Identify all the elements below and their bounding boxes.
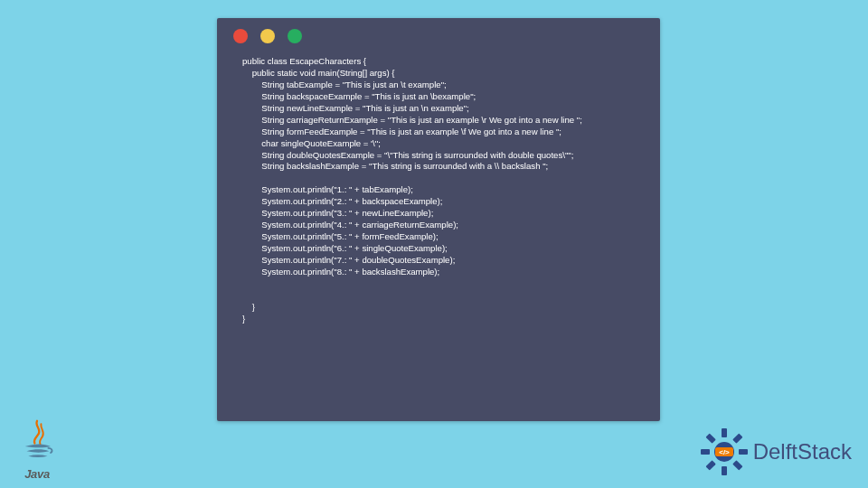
java-text: Java xyxy=(24,467,50,481)
minimize-icon xyxy=(260,29,275,43)
close-icon xyxy=(233,29,248,43)
java-cup-icon xyxy=(16,419,58,467)
svg-rect-5 xyxy=(732,433,742,443)
svg-rect-7 xyxy=(705,433,715,443)
maximize-icon xyxy=(288,29,302,43)
svg-rect-4 xyxy=(739,449,748,455)
gear-icon: </> xyxy=(699,427,750,477)
java-logo: Java xyxy=(13,419,61,481)
svg-rect-3 xyxy=(701,449,710,455)
svg-rect-2 xyxy=(722,466,727,475)
code-block: public class EscapeCharacters { public s… xyxy=(217,51,660,336)
svg-rect-6 xyxy=(705,460,715,470)
code-window: public class EscapeCharacters { public s… xyxy=(217,18,660,421)
delftstack-logo: </> DelftStack xyxy=(699,427,852,477)
svg-text:</>: </> xyxy=(719,448,730,456)
delftstack-text: DelftStack xyxy=(753,439,852,465)
traffic-lights xyxy=(217,18,660,51)
svg-rect-8 xyxy=(732,460,742,470)
svg-rect-1 xyxy=(722,428,727,437)
